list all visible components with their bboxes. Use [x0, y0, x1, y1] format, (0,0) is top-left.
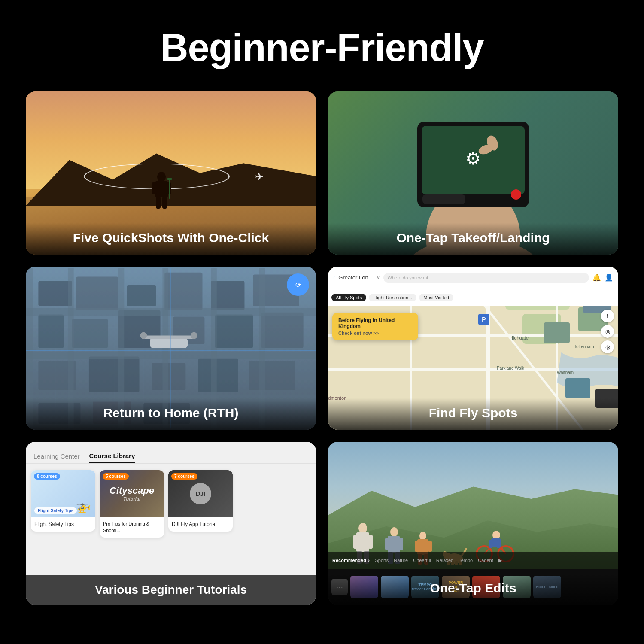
- course-2[interactable]: 5 courses Cityscape Tutorial Pro Tips fo…: [100, 470, 164, 538]
- flyspots-popup-cta[interactable]: Check out now >>: [338, 331, 412, 336]
- course-1-badge: 8 courses: [34, 473, 60, 480]
- flyspots-tab-all[interactable]: All Fly Spots: [331, 294, 366, 301]
- svg-rect-111: [489, 540, 493, 548]
- svg-rect-30: [261, 313, 304, 348]
- svg-rect-15: [422, 194, 465, 204]
- svg-text:⚙: ⚙: [465, 149, 481, 168]
- flyspots-tab-restriction[interactable]: Flight Restriction...: [369, 294, 416, 301]
- map-location-btn[interactable]: ◎: [601, 340, 614, 353]
- svg-rect-1: [155, 181, 168, 197]
- course-2-title: Pro Tips for Droning & Shooti...: [100, 517, 164, 538]
- svg-text:Highgate: Highgate: [510, 335, 529, 340]
- card-takeoff[interactable]: ⚙ One-Tap Takeoff/Landing: [328, 91, 618, 255]
- svg-rect-92: [415, 541, 419, 552]
- svg-point-0: [157, 172, 166, 182]
- svg-rect-48: [150, 338, 188, 348]
- svg-point-51: [191, 332, 197, 339]
- card-quickshots-label: Five QuickShots With One-Click: [26, 223, 316, 255]
- svg-rect-5: [162, 197, 167, 209]
- svg-rect-2: [152, 182, 157, 194]
- svg-rect-49: [143, 336, 194, 339]
- svg-rect-112: [496, 540, 501, 548]
- course-3[interactable]: 7 courses DJI DJI Fly App Tutorial: [168, 470, 233, 532]
- svg-rect-72: [544, 322, 570, 343]
- svg-rect-25: [38, 315, 64, 348]
- flyspots-popup-title: Before Flying in United Kingdom: [338, 317, 412, 329]
- svg-point-78: [358, 523, 367, 533]
- card-rth[interactable]: ⟳ Return to Home (RTH): [26, 267, 316, 430]
- svg-text:Parkland Walk: Parkland Walk: [497, 366, 525, 371]
- svg-rect-19: [38, 281, 72, 306]
- map-layers-btn[interactable]: ◎: [601, 325, 614, 338]
- svg-text:Waltham: Waltham: [557, 370, 574, 375]
- svg-rect-7: [167, 178, 172, 180]
- svg-rect-6: [169, 179, 170, 199]
- course-1[interactable]: 8 courses 🚁 Flight Safety Tips Flight Sa…: [31, 470, 95, 532]
- svg-rect-4: [156, 197, 161, 209]
- svg-point-90: [419, 532, 426, 540]
- svg-rect-79: [356, 532, 369, 552]
- svg-text:⟳: ⟳: [295, 281, 301, 289]
- svg-rect-34: [198, 358, 238, 392]
- card-takeoff-label: One-Tap Takeoff/Landing: [328, 223, 618, 255]
- svg-rect-80: [353, 535, 358, 549]
- svg-rect-20: [76, 276, 118, 310]
- svg-rect-21: [127, 285, 156, 306]
- svg-rect-26: [72, 319, 108, 348]
- svg-rect-22: [164, 273, 202, 310]
- map-info-btn[interactable]: ℹ: [601, 310, 614, 322]
- flyspots-location: Greater Lon...: [338, 274, 373, 281]
- course-3-title: DJI Fly App Tutorial: [168, 517, 233, 532]
- svg-point-14: [511, 189, 521, 200]
- card-flyspots-label: Find Fly Spots: [328, 398, 618, 430]
- course-1-title: Flight Safety Tips: [31, 517, 95, 532]
- svg-rect-33: [152, 363, 185, 390]
- svg-rect-81: [368, 535, 373, 549]
- card-flyspots[interactable]: Pymmes Park Edmonton Tottenham Waltham H…: [328, 267, 618, 430]
- page-title: Beginner-Friendly: [160, 26, 483, 70]
- svg-text:P: P: [482, 316, 486, 323]
- card-tutorials[interactable]: Learning Center Course Library 8 courses…: [26, 442, 316, 605]
- cards-grid: ✈ Five QuickShots With One-Click: [26, 91, 618, 605]
- svg-text:Tottenham: Tottenham: [574, 344, 594, 349]
- card-edits[interactable]: Recommended ♪ Sports Nature Cheerful Rel…: [328, 442, 618, 605]
- card-tutorials-label: Various Beginner Tutorials: [95, 583, 247, 597]
- svg-rect-35: [249, 361, 295, 390]
- card-edits-label: One-Tap Edits: [328, 573, 618, 605]
- course-2-badge: 5 courses: [103, 473, 129, 480]
- flyspots-tab-visited[interactable]: Most Visited: [419, 294, 453, 301]
- svg-rect-75: [565, 378, 590, 398]
- svg-rect-87: [399, 538, 403, 550]
- svg-rect-32: [89, 357, 140, 392]
- svg-point-50: [140, 332, 147, 339]
- svg-point-84: [390, 527, 398, 537]
- card-quickshots[interactable]: ✈ Five QuickShots With One-Click: [26, 91, 316, 255]
- svg-point-109: [492, 531, 500, 539]
- flyspots-search[interactable]: Where do you want...: [388, 275, 432, 280]
- course-3-badge: 7 courses: [171, 473, 197, 480]
- svg-rect-85: [388, 536, 400, 553]
- tutorials-tab-courses[interactable]: Course Library: [89, 452, 135, 463]
- svg-rect-29: [215, 315, 253, 348]
- card-rth-label: Return to Home (RTH): [26, 398, 316, 430]
- tutorials-tab-learning[interactable]: Learning Center: [33, 453, 80, 463]
- svg-rect-93: [428, 541, 432, 552]
- svg-rect-86: [385, 538, 389, 550]
